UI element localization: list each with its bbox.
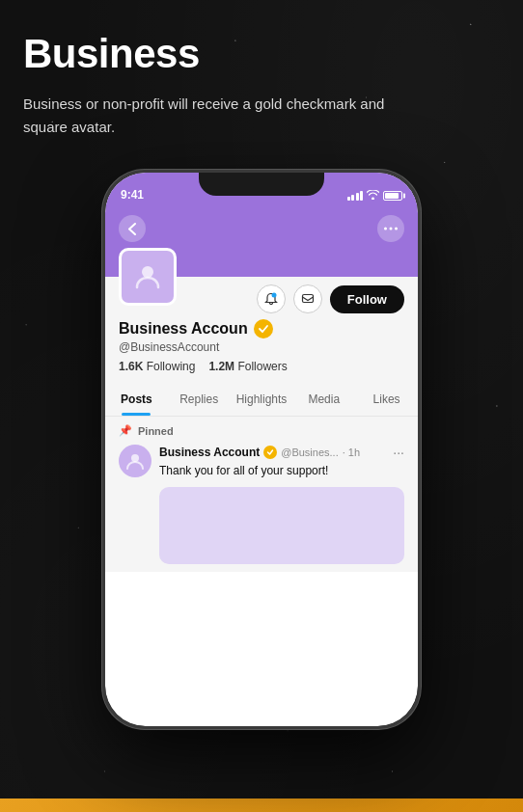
followers-label: Followers (237, 360, 287, 373)
tweet-row: Business Account @Busines... · 1h ··· (105, 441, 418, 572)
svg-point-4 (271, 293, 276, 298)
status-time: 9:41 (121, 188, 144, 202)
avatar-wrapper (119, 277, 177, 306)
gold-checkmark-badge (254, 319, 273, 338)
page-content: Business Business or non-profit will rec… (0, 0, 523, 729)
name-row: Business Accoun (119, 319, 404, 338)
back-button[interactable] (119, 215, 146, 242)
avatar-person-icon (122, 251, 174, 303)
tweet-avatar (119, 445, 151, 477)
tabs-bar: Posts Replies Highlights Media Likes (105, 383, 418, 417)
status-icons (347, 190, 403, 202)
tweet-content: Business Account @Busines... · 1h ··· (159, 445, 404, 564)
svg-point-0 (384, 228, 387, 230)
pinned-text: Pinned (138, 425, 174, 437)
stats-row: 1.6K Following 1.2M Followers (119, 360, 404, 373)
svg-point-2 (395, 228, 398, 230)
following-count: 1.6K (119, 360, 143, 373)
avatar-section: Follow (105, 277, 418, 315)
phone-wrapper: 9:41 (23, 170, 500, 729)
tweet-author-name: Business Account (159, 446, 260, 459)
signal-bars-icon (347, 191, 364, 201)
battery-fill (385, 193, 399, 199)
phone-notch (199, 173, 324, 196)
following-stat: 1.6K Following (119, 360, 195, 373)
hero-title: Business (23, 31, 500, 77)
tweet-image (159, 487, 404, 564)
tweet-time: · 1h (343, 447, 360, 458)
battery-icon (383, 191, 402, 201)
account-handle: @BusinessAccount (119, 340, 404, 354)
notification-bell-button[interactable] (257, 284, 286, 313)
signal-bar-4 (360, 191, 363, 201)
hero-description: Business or non-profit will receive a go… (23, 93, 390, 139)
tweet-more-options[interactable]: ··· (393, 445, 404, 460)
phone-device: 9:41 (102, 170, 421, 729)
pin-icon: 📌 (119, 424, 132, 437)
svg-point-1 (390, 228, 393, 230)
tweet-header: Business Account @Busines... · 1h ··· (159, 445, 404, 460)
account-name: Business Accoun (119, 320, 248, 338)
tab-likes[interactable]: Likes (355, 383, 418, 416)
tab-posts[interactable]: Posts (105, 383, 168, 416)
feed: 📌 Pinned Business Account (105, 417, 418, 572)
bottom-bar (0, 798, 523, 812)
profile-actions: Follow (257, 284, 404, 313)
followers-stat: 1.2M Followers (208, 360, 287, 373)
signal-bar-2 (351, 195, 354, 201)
signal-bar-1 (347, 197, 350, 201)
phone-screen: 9:41 (105, 173, 418, 726)
profile-info: Business Accoun @BusinessAccount 1.6K Fo… (105, 315, 418, 383)
signal-bar-3 (356, 193, 359, 201)
more-options-button[interactable] (377, 215, 404, 242)
tab-replies[interactable]: Replies (168, 383, 231, 416)
tweet-text: Thank you for all of your support! (159, 462, 404, 479)
tweet-handle: @Busines... (281, 447, 338, 458)
profile-avatar (119, 248, 177, 306)
svg-point-6 (131, 454, 139, 462)
tab-media[interactable]: Media (292, 383, 355, 416)
svg-point-3 (142, 266, 153, 278)
pinned-label: 📌 Pinned (105, 417, 418, 441)
wifi-icon (367, 190, 379, 202)
following-label: Following (147, 360, 196, 373)
tab-highlights[interactable]: Highlights (231, 383, 293, 416)
tweet-checkmark (263, 446, 277, 459)
header-nav (105, 207, 418, 250)
followers-count: 1.2M (208, 360, 234, 373)
message-button[interactable] (293, 284, 322, 313)
follow-button[interactable]: Follow (330, 285, 404, 313)
